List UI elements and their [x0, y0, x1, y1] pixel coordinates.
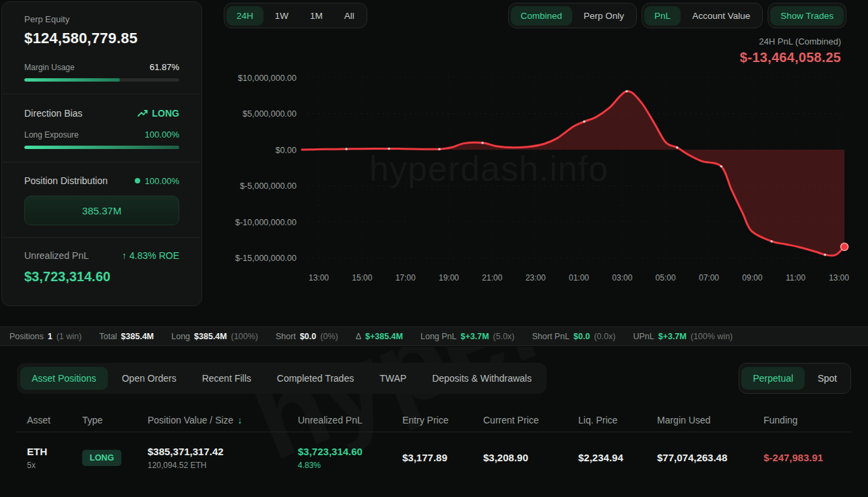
dot-icon: [135, 178, 140, 183]
bottom-tabs: Asset Positions Open Orders Recent Fills…: [17, 363, 547, 394]
time-range-1m[interactable]: 1M: [300, 6, 333, 26]
mode-perp-only-button[interactable]: Perp Only: [574, 6, 634, 26]
pnl-chart-region: 24H 1W 1M All Combined Perp Only PnL Acc…: [202, 0, 868, 308]
svg-text:$10,000,000.00: $10,000,000.00: [238, 74, 297, 83]
unrealized-pnl-label: Unrealized PnL: [24, 250, 89, 261]
sort-desc-icon: ↓: [237, 415, 242, 426]
col-margin-used[interactable]: Margin Used: [657, 415, 764, 426]
market-perpetual-button[interactable]: Perpetual: [741, 367, 805, 390]
svg-text:17:00: 17:00: [396, 273, 416, 283]
summary-positions: Positions1(1 win): [9, 332, 82, 341]
tab-open-orders[interactable]: Open Orders: [111, 367, 188, 390]
metric-toggle-group: PnL Account Value: [642, 3, 763, 28]
position-size: 120,094.52 ETH: [148, 461, 298, 470]
svg-text:03:00: 03:00: [612, 273, 632, 283]
time-range-group: 24H 1W 1M All: [224, 3, 367, 28]
tab-recent-fills[interactable]: Recent Fills: [191, 367, 263, 390]
long-exposure-label: Long Exposure: [24, 130, 79, 140]
svg-text:$0.00: $0.00: [276, 146, 297, 155]
divider: [2, 237, 202, 238]
svg-text:15:00: 15:00: [352, 273, 372, 283]
show-trades-group: Show Trades: [768, 3, 846, 28]
perp-equity-label: Perp Equity: [24, 14, 179, 24]
mode-toggle-group: Combined Perp Only: [508, 3, 638, 28]
row-liq-price: $2,234.94: [578, 452, 657, 463]
summary-long: Long$385.4M(100%): [171, 332, 258, 341]
summary-delta: Δ$+385.4M: [356, 332, 403, 341]
svg-text:$-5,000,000.00: $-5,000,000.00: [240, 181, 297, 191]
positions-summary-bar: Positions1(1 win) Total$385.4M Long$385.…: [0, 326, 868, 346]
margin-usage-fill: [24, 78, 120, 82]
summary-short-pnl: Short PnL$0.0(0.0x): [532, 332, 616, 341]
svg-text:07:00: 07:00: [699, 273, 719, 283]
side-badge: LONG: [82, 450, 121, 466]
direction-bias-value: LONG: [152, 108, 179, 119]
svg-text:13:00: 13:00: [829, 273, 849, 283]
svg-text:11:00: 11:00: [786, 273, 805, 283]
col-position-value[interactable]: Position Value / Size↓: [148, 415, 298, 426]
time-range-1w[interactable]: 1W: [265, 6, 299, 26]
asset-symbol: ETH: [27, 446, 82, 457]
market-spot-button[interactable]: Spot: [806, 367, 848, 390]
margin-usage-label: Margin Usage: [24, 63, 75, 72]
svg-text:21:00: 21:00: [482, 273, 502, 283]
col-current-price[interactable]: Current Price: [483, 415, 578, 426]
tab-twap[interactable]: TWAP: [368, 367, 418, 390]
long-exposure-bar: [24, 146, 179, 149]
direction-bias-label: Direction Bias: [24, 108, 82, 119]
summary-long-pnl: Long PnL$+3.7M(5.0x): [421, 332, 515, 341]
long-exposure-value: 100.00%: [145, 129, 179, 140]
row-current-price: $3,208.90: [483, 452, 578, 463]
positions-section: hyperdash Asset Positions Open Orders Re…: [0, 347, 868, 497]
col-unrealized-pnl[interactable]: Unrealized PnL: [298, 415, 402, 426]
perp-equity-value: $124,580,779.85: [24, 30, 179, 47]
col-asset[interactable]: Asset: [27, 415, 82, 426]
col-entry-price[interactable]: Entry Price: [402, 415, 483, 426]
metric-pnl-button[interactable]: PnL: [644, 6, 681, 26]
divider: [2, 162, 202, 163]
account-stats-panel: Perp Equity $124,580,779.85 Margin Usage…: [1, 1, 202, 306]
trend-up-icon: [137, 109, 148, 118]
margin-usage-value: 61.87%: [150, 62, 179, 72]
row-unrealized-pnl: $3,723,314.60: [298, 446, 402, 457]
tab-asset-positions[interactable]: Asset Positions: [20, 367, 108, 390]
row-funding: $-247,983.91: [764, 452, 851, 463]
svg-text:01:00: 01:00: [569, 273, 589, 283]
col-funding[interactable]: Funding: [764, 415, 851, 426]
positions-table: Asset Type Position Value / Size↓ Unreal…: [17, 409, 851, 483]
summary-upnl: UPnL$+3.7M(100% win): [633, 332, 733, 341]
show-trades-button[interactable]: Show Trades: [770, 6, 844, 26]
col-liq-price[interactable]: Liq. Price: [578, 415, 657, 426]
svg-text:13:00: 13:00: [309, 273, 329, 283]
summary-short: Short$0.0(0%): [276, 332, 338, 341]
table-row-eth[interactable]: ETH 5x LONG $385,371,317.42 120,094.52 E…: [17, 432, 851, 483]
svg-text:23:00: 23:00: [526, 273, 546, 283]
tab-deposits-withdrawals[interactable]: Deposits & Withdrawals: [421, 367, 543, 390]
position-value: $385,371,317.42: [148, 446, 298, 457]
row-roe: 4.83%: [298, 461, 402, 470]
row-margin-used: $77,074,263.48: [657, 452, 764, 463]
svg-text:19:00: 19:00: [439, 273, 459, 283]
tab-completed-trades[interactable]: Completed Trades: [266, 367, 365, 390]
chart-header-label: 24H PnL (Combined): [740, 36, 841, 47]
col-type[interactable]: Type: [82, 415, 148, 426]
mode-combined-button[interactable]: Combined: [511, 6, 573, 26]
position-distribution-value: 100.00%: [145, 176, 179, 186]
time-range-24h[interactable]: 24H: [226, 6, 264, 26]
arrow-up-icon: ↑: [122, 250, 127, 261]
metric-account-value-button[interactable]: Account Value: [682, 6, 760, 26]
time-range-all[interactable]: All: [334, 6, 365, 26]
divider: [2, 94, 202, 94]
asset-leverage: 5x: [27, 461, 82, 470]
table-header-row: Asset Type Position Value / Size↓ Unreal…: [17, 409, 851, 432]
svg-text:09:00: 09:00: [742, 273, 762, 283]
position-distribution-button[interactable]: 385.37M: [24, 196, 179, 225]
pnl-chart: $10,000,000.00$5,000,000.00$0.00$-5,000,…: [202, 61, 868, 290]
unrealized-pnl-value: $3,723,314.60: [24, 269, 179, 285]
svg-text:$-10,000,000.00: $-10,000,000.00: [235, 218, 297, 227]
market-toggle-group: Perpetual Spot: [739, 363, 851, 394]
row-entry-price: $3,177.89: [402, 452, 483, 463]
svg-text:$5,000,000.00: $5,000,000.00: [243, 109, 297, 119]
long-exposure-fill: [24, 146, 179, 149]
summary-total: Total$385.4M: [99, 332, 154, 341]
